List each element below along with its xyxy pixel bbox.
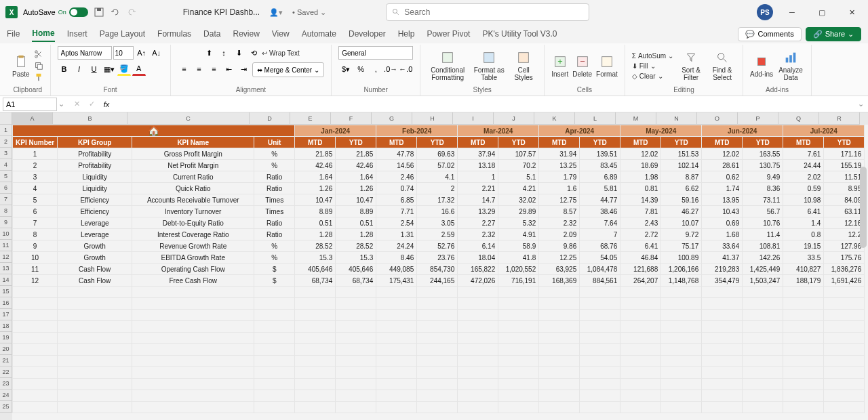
empty-cell[interactable] xyxy=(661,367,702,379)
empty-cell[interactable] xyxy=(132,287,254,298)
kpi-value[interactable]: 142.26 xyxy=(743,252,783,264)
empty-cell[interactable] xyxy=(620,310,661,321)
empty-cell[interactable] xyxy=(580,402,620,413)
column-header[interactable]: O xyxy=(697,112,738,125)
empty-cell[interactable] xyxy=(295,310,336,321)
percent-format-icon[interactable]: % xyxy=(354,62,368,76)
kpi-value[interactable]: 7.71 xyxy=(376,206,417,217)
kpi-number[interactable]: 10 xyxy=(13,252,58,264)
underline-button[interactable]: U xyxy=(87,62,101,76)
kpi-value[interactable]: 2.02 xyxy=(783,171,824,183)
empty-cell[interactable] xyxy=(539,344,580,356)
empty-cell[interactable] xyxy=(376,287,417,298)
kpi-value[interactable]: 0.51 xyxy=(295,217,336,229)
kpi-value[interactable]: 1.64 xyxy=(295,171,336,183)
tab-power-pivot[interactable]: Power Pivot xyxy=(427,26,470,41)
kpi-value[interactable]: 10.47 xyxy=(336,194,376,206)
tab-view[interactable]: View xyxy=(272,26,290,41)
empty-cell[interactable] xyxy=(132,356,254,367)
kpi-value[interactable]: 1.68 xyxy=(702,229,743,240)
kpi-value[interactable]: 21.85 xyxy=(295,148,336,160)
kpi-value[interactable]: 42.46 xyxy=(295,160,336,171)
table-header[interactable]: MTD xyxy=(539,137,580,148)
kpi-value[interactable]: 2.59 xyxy=(417,229,458,240)
table-header[interactable]: YTD xyxy=(824,137,865,148)
empty-cell[interactable] xyxy=(132,390,254,402)
empty-cell[interactable] xyxy=(13,333,58,344)
kpi-value[interactable]: 33.64 xyxy=(702,240,743,252)
kpi-value[interactable]: 8.95 xyxy=(824,183,865,194)
kpi-value[interactable]: 151.53 xyxy=(661,148,702,160)
empty-cell[interactable] xyxy=(417,310,458,321)
redo-icon[interactable] xyxy=(126,7,137,18)
empty-cell[interactable] xyxy=(620,367,661,379)
empty-cell[interactable] xyxy=(702,310,743,321)
kpi-value[interactable]: 52.76 xyxy=(417,240,458,252)
accounting-format-icon[interactable]: $▾ xyxy=(339,62,353,76)
kpi-value[interactable]: 8.87 xyxy=(661,171,702,183)
kpi-number[interactable]: 9 xyxy=(13,240,58,252)
kpi-value[interactable]: 68,734 xyxy=(295,275,336,287)
kpi-value[interactable]: 44.77 xyxy=(580,194,620,206)
column-header[interactable]: P xyxy=(738,112,778,125)
align-left-icon[interactable]: ≡ xyxy=(178,62,191,76)
kpi-number[interactable]: 8 xyxy=(13,229,58,240)
borders-button[interactable]: ▦▾ xyxy=(102,62,116,76)
column-header[interactable]: H xyxy=(412,112,453,125)
kpi-number[interactable]: 1 xyxy=(13,148,58,160)
empty-cell[interactable] xyxy=(376,298,417,310)
kpi-unit[interactable]: $ xyxy=(254,275,295,287)
column-header[interactable]: J xyxy=(494,112,534,125)
kpi-value[interactable]: 47.78 xyxy=(376,148,417,160)
spreadsheet-grid[interactable]: 1234567891011121314151617181920212223242… xyxy=(0,112,868,420)
empty-cell[interactable] xyxy=(458,333,498,344)
empty-cell[interactable] xyxy=(824,344,865,356)
empty-cell[interactable] xyxy=(743,298,783,310)
table-header[interactable]: YTD xyxy=(661,137,702,148)
align-right-icon[interactable]: ≡ xyxy=(208,62,221,76)
share-button[interactable]: 🔗 Share ⌄ xyxy=(806,27,861,41)
kpi-group[interactable]: Leverage xyxy=(58,229,132,240)
table-header[interactable]: MTD xyxy=(458,137,498,148)
row-header[interactable]: 13 xyxy=(0,263,12,274)
empty-cell[interactable] xyxy=(783,356,824,367)
empty-cell[interactable] xyxy=(417,379,458,390)
empty-cell[interactable] xyxy=(132,298,254,310)
kpi-value[interactable]: 2 xyxy=(417,183,458,194)
kpi-value[interactable]: 121,688 xyxy=(620,264,661,275)
row-header[interactable]: 17 xyxy=(0,309,12,320)
kpi-name[interactable]: Debt-to-Equity Ratio xyxy=(132,217,254,229)
kpi-value[interactable]: 63,925 xyxy=(539,264,580,275)
bold-button[interactable]: B xyxy=(58,62,71,76)
empty-cell[interactable] xyxy=(295,356,336,367)
empty-cell[interactable] xyxy=(295,344,336,356)
empty-cell[interactable] xyxy=(702,287,743,298)
undo-icon[interactable] xyxy=(110,7,121,18)
empty-cell[interactable] xyxy=(702,356,743,367)
kpi-value[interactable]: 1,836,276 xyxy=(824,264,865,275)
empty-cell[interactable] xyxy=(58,333,132,344)
kpi-value[interactable]: 5.32 xyxy=(498,217,539,229)
document-title[interactable]: Finance KPI Dashb... xyxy=(183,7,260,17)
empty-cell[interactable] xyxy=(743,367,783,379)
kpi-value[interactable]: 219,283 xyxy=(702,264,743,275)
save-icon[interactable] xyxy=(94,7,104,18)
kpi-number[interactable]: 5 xyxy=(13,194,58,206)
kpi-value[interactable]: 8.89 xyxy=(295,206,336,217)
empty-cell[interactable] xyxy=(498,310,539,321)
home-cell[interactable]: 🏠 xyxy=(13,125,295,137)
font-name-select[interactable] xyxy=(58,46,112,60)
kpi-value[interactable]: 28.52 xyxy=(336,240,376,252)
kpi-value[interactable]: 449,085 xyxy=(376,264,417,275)
empty-cell[interactable] xyxy=(58,321,132,333)
column-header[interactable]: G xyxy=(372,112,412,125)
empty-cell[interactable] xyxy=(13,356,58,367)
kpi-value[interactable]: 1.98 xyxy=(620,171,661,183)
column-header[interactable]: C xyxy=(127,112,250,125)
row-header[interactable]: 21 xyxy=(0,355,12,366)
empty-cell[interactable] xyxy=(620,390,661,402)
kpi-value[interactable]: 46.84 xyxy=(620,252,661,264)
kpi-unit[interactable]: $ xyxy=(254,264,295,275)
empty-cell[interactable] xyxy=(783,344,824,356)
kpi-value[interactable]: 10.07 xyxy=(661,217,702,229)
